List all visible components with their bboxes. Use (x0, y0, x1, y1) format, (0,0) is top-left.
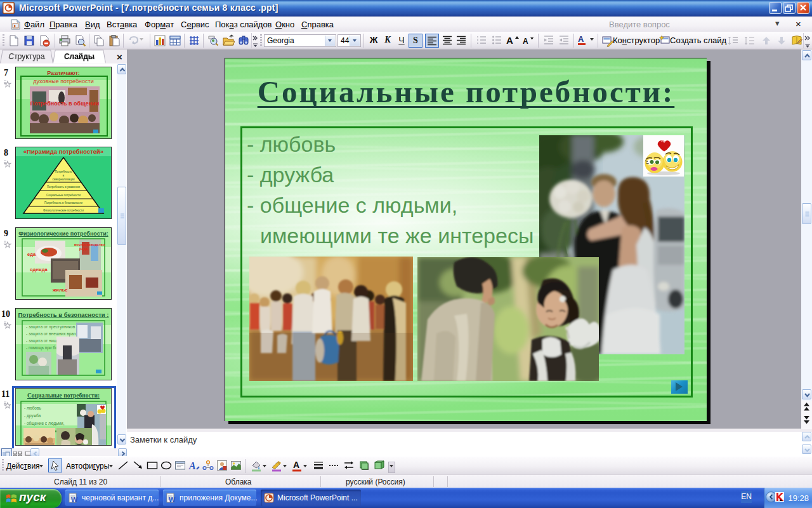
svg-text:- защита от преступников: - защита от преступников (26, 324, 75, 330)
svg-text:еда: еда (27, 251, 36, 257)
svg-text:Потребность в безопасности: Потребность в безопасности (44, 201, 83, 204)
svg-text:«Пирамида потребностей»: «Пирамида потребностей» (23, 148, 103, 155)
svg-text:A: A (578, 34, 584, 44)
svg-text:A: A (523, 37, 528, 46)
svg-text:W: W (169, 496, 176, 503)
svg-text:A: A (506, 35, 513, 46)
svg-text:Различают:: Различают: (47, 70, 80, 76)
svg-text:Потребность в общении: Потребность в общении (30, 100, 100, 107)
svg-text:одежда: одежда (30, 267, 48, 272)
svg-text:Потребность: Потребность (55, 170, 73, 173)
svg-text:Потребность в уважении: Потребность в уважении (47, 185, 80, 189)
svg-text:Физиологические потребности: Физиологические потребности (43, 209, 84, 212)
svg-text:- защита от внешних врагов: - защита от внешних врагов (26, 331, 80, 337)
svg-text:жилье: жилье (52, 287, 67, 293)
svg-text:Потребность в безопасности :: Потребность в безопасности : (18, 311, 109, 318)
svg-text:- общение с людьми,: - общение с людьми, (24, 421, 65, 426)
svg-text:W: W (71, 496, 78, 503)
svg-text:A: A (188, 460, 196, 471)
svg-text:- любовь: - любовь (24, 406, 41, 410)
svg-text:Социальные потребности:: Социальные потребности: (27, 392, 100, 399)
svg-text:рода: рода (79, 247, 88, 251)
svg-text:воспроизводство: воспроизводство (74, 243, 105, 246)
svg-text:Физиологические потребности:: Физиологические потребности: (18, 231, 108, 237)
svg-text:самореализации: самореализации (52, 178, 75, 181)
svg-text:A: A (293, 460, 299, 470)
svg-text:- дружба: - дружба (24, 413, 41, 418)
svg-text:Социальные потребности: Социальные потребности (46, 194, 81, 197)
svg-text:духовные потребности: духовные потребности (33, 78, 93, 84)
